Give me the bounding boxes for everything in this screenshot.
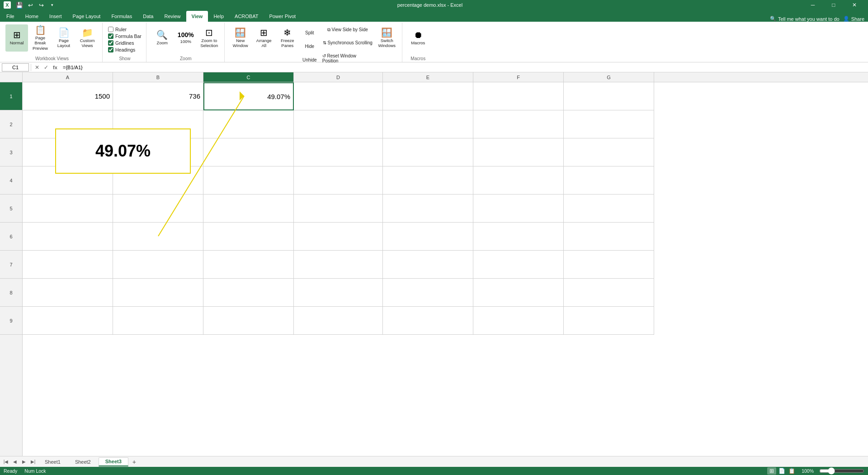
tab-home[interactable]: Home [20, 11, 44, 22]
zoom-100-btn[interactable]: 100% 100% [175, 24, 197, 52]
row-header-9[interactable]: 9 [0, 307, 22, 335]
sheet-tab-sheet2[interactable]: Sheet2 [68, 457, 98, 466]
cell-e3[interactable] [383, 138, 473, 166]
gridlines-check[interactable]: Gridlines [107, 40, 142, 46]
cell-d3[interactable] [294, 138, 383, 166]
col-header-b[interactable]: B [113, 72, 203, 82]
normal-view-status-btn[interactable]: ⊞ [767, 467, 776, 475]
add-sheet-btn[interactable]: + [129, 457, 139, 466]
page-layout-status-btn[interactable]: 📄 [777, 467, 786, 475]
cell-e2[interactable] [383, 110, 473, 138]
tab-data[interactable]: Data [137, 11, 159, 22]
sheet-nav-first-btn[interactable]: |◀ [2, 458, 10, 466]
cell-g8[interactable] [564, 279, 654, 307]
cell-c4[interactable] [203, 166, 294, 195]
cell-a3[interactable] [23, 138, 113, 166]
zoom-btn[interactable]: 🔍 Zoom [151, 24, 174, 52]
cell-c9[interactable] [203, 307, 294, 335]
ruler-check[interactable]: Ruler [107, 26, 142, 33]
row-header-1[interactable]: 1 [0, 82, 22, 110]
cell-e5[interactable] [383, 195, 473, 223]
customize-qat-btn[interactable]: ▾ [47, 0, 57, 10]
share-btn[interactable]: 👤 Share [843, 16, 864, 22]
cell-e8[interactable] [383, 279, 473, 307]
cell-g5[interactable] [564, 195, 654, 223]
cell-b2[interactable] [113, 110, 203, 138]
save-qat-btn[interactable]: 💾 [14, 0, 24, 10]
cell-e1[interactable] [383, 82, 473, 110]
col-header-a[interactable]: A [23, 72, 113, 82]
row-header-5[interactable]: 5 [0, 195, 22, 223]
row-header-4[interactable]: 4 [0, 166, 22, 195]
sheet-tab-sheet3[interactable]: Sheet3 [99, 457, 128, 466]
cell-f9[interactable] [473, 307, 564, 335]
custom-views-btn[interactable]: 📁 Custom Views [76, 24, 99, 52]
row-header-7[interactable]: 7 [0, 251, 22, 279]
macros-btn[interactable]: ⏺ Macros [407, 24, 429, 52]
split-btn[interactable]: Split [300, 26, 320, 39]
tab-acrobat[interactable]: ACROBAT [229, 11, 264, 22]
cell-c6[interactable] [203, 223, 294, 251]
tell-me-tab[interactable]: 🔍 Tell me what you want to do [770, 16, 840, 22]
cell-c7[interactable] [203, 251, 294, 279]
row-header-6[interactable]: 6 [0, 223, 22, 251]
tab-page-layout[interactable]: Page Layout [67, 11, 106, 22]
cell-b8[interactable] [113, 279, 203, 307]
view-side-by-side-btn[interactable]: ⧉ View Side by Side [321, 26, 375, 39]
cell-d8[interactable] [294, 279, 383, 307]
cell-c3[interactable] [203, 138, 294, 166]
gridlines-checkbox[interactable] [108, 40, 113, 46]
new-window-btn[interactable]: 🪟 New Window [229, 24, 252, 52]
page-break-status-btn[interactable]: 📋 [787, 467, 796, 475]
freeze-panes-btn[interactable]: ❄ Freeze Panes [276, 24, 299, 52]
tab-help[interactable]: Help [208, 11, 229, 22]
confirm-formula-btn[interactable]: ✓ [42, 63, 50, 71]
cell-d1[interactable] [294, 82, 383, 110]
row-header-3[interactable]: 3 [0, 138, 22, 166]
cell-e6[interactable] [383, 223, 473, 251]
row-header-8[interactable]: 8 [0, 279, 22, 307]
cell-b7[interactable] [113, 251, 203, 279]
col-header-d[interactable]: D [294, 72, 383, 82]
cell-g3[interactable] [564, 138, 654, 166]
normal-view-btn[interactable]: ⊞ Normal [5, 24, 28, 52]
col-header-f[interactable]: F [473, 72, 564, 82]
hide-btn[interactable]: Hide [300, 40, 320, 52]
cell-g9[interactable] [564, 307, 654, 335]
cell-d6[interactable] [294, 223, 383, 251]
close-btn[interactable]: ✕ [844, 0, 864, 10]
zoom-slider[interactable] [819, 467, 864, 475]
cell-a7[interactable] [23, 251, 113, 279]
cell-a6[interactable] [23, 223, 113, 251]
cell-b4[interactable] [113, 166, 203, 195]
cell-reference-input[interactable] [2, 63, 29, 71]
cell-b9[interactable] [113, 307, 203, 335]
cell-b5[interactable] [113, 195, 203, 223]
tab-view[interactable]: View [186, 11, 208, 22]
cell-c1[interactable]: 49.07% 49.07% [203, 82, 294, 110]
cell-g1[interactable] [564, 82, 654, 110]
redo-qat-btn[interactable]: ↪ [36, 0, 46, 10]
headings-check[interactable]: Headings [107, 47, 142, 53]
cell-d2[interactable] [294, 110, 383, 138]
tab-file[interactable]: File [1, 11, 20, 22]
page-break-preview-btn[interactable]: 📋 Page Break Preview [29, 24, 52, 52]
cell-f6[interactable] [473, 223, 564, 251]
cell-f5[interactable] [473, 195, 564, 223]
ruler-checkbox[interactable] [108, 27, 113, 32]
sheet-nav-prev-btn[interactable]: ◀ [11, 458, 19, 466]
cell-a1[interactable]: 1500 [23, 82, 113, 110]
cell-a8[interactable] [23, 279, 113, 307]
tell-me-label[interactable]: Tell me what you want to do [778, 16, 840, 22]
col-header-g[interactable]: G [564, 72, 654, 82]
cancel-formula-btn[interactable]: ✕ [33, 63, 41, 71]
cell-g7[interactable] [564, 251, 654, 279]
cell-f4[interactable] [473, 166, 564, 195]
cell-c5[interactable] [203, 195, 294, 223]
cell-d9[interactable] [294, 307, 383, 335]
cell-c2[interactable] [203, 110, 294, 138]
cell-g6[interactable] [564, 223, 654, 251]
cell-c8[interactable] [203, 279, 294, 307]
row-header-2[interactable]: 2 [0, 110, 22, 138]
cell-a5[interactable] [23, 195, 113, 223]
